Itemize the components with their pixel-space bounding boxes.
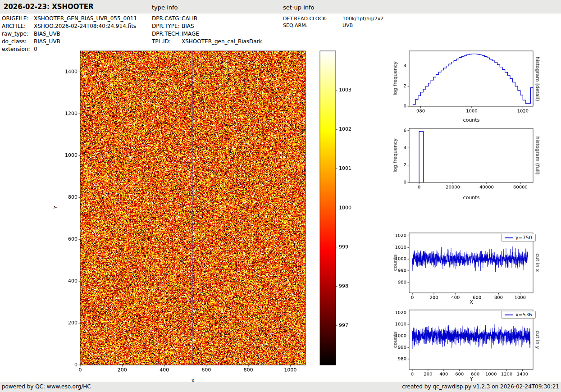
meta-label: extension: (2, 46, 34, 53)
footer-right-text: created by qc_rawdisp.py v1.2.3 on 2026-… (402, 383, 559, 390)
meta-row-origfile: ORIGFILE:XSHOOTER_GEN_BIAS_UVB_055_0011 (2, 15, 137, 23)
cut-in-y-legend: x=536 (501, 311, 536, 319)
meta-row-tpl-id: TPL.ID:XSHOOTER_gen_cal_BiasDark (152, 38, 262, 46)
meta-label: ARCFILE: (2, 23, 34, 30)
type-info-heading: type info (152, 4, 178, 11)
bias-frame-heatmap (59, 47, 315, 377)
footer-left-text: powered by QC: www.eso.org/HC (2, 383, 91, 390)
meta-value: CALIB (182, 15, 197, 22)
meta-label: do_class: (2, 38, 34, 46)
histogram-full-plot (390, 127, 536, 195)
cut-in-y-ylabel: counts (392, 332, 398, 348)
meta-value: UVB (342, 23, 353, 28)
meta-label: DET.READ.CLOCK: (283, 15, 342, 22)
histogram-detail-xlabel: counts (463, 117, 480, 123)
meta-row-read-clock: DET.READ.CLOCK:100k/1pt/hg/2x2 (283, 15, 383, 22)
meta-row-dpr-type: DPR.TYPE:BIAS (152, 23, 262, 30)
qc-report-page: 2026-02-23: XSHOOTER type info set-up in… (0, 0, 561, 392)
histogram-full-xlabel: counts (463, 195, 480, 201)
histogram-full-ylabel: log frequency (392, 138, 398, 172)
meta-row-dpr-tech: DPR.TECH:IMAGE (152, 30, 262, 38)
meta-label: SEQ.ARM: (283, 22, 342, 29)
meta-value: XSHOOTER_gen_cal_BiasDark (182, 38, 262, 45)
meta-value: 0 (34, 46, 37, 52)
page-title: 2026-02-23: XSHOOTER (4, 3, 94, 11)
meta-value: IMAGE (182, 31, 199, 37)
meta-label: raw_type: (2, 30, 34, 38)
histogram-detail-ylabel: log frequency (392, 61, 398, 95)
cut-in-x-ylabel: counts (392, 255, 398, 271)
meta-row-raw-type: raw_type:BIAS_UVB (2, 30, 137, 38)
meta-label: ORIGFILE: (2, 15, 34, 23)
header-bar: 2026-02-23: XSHOOTER type info set-up in… (0, 0, 561, 14)
histogram-detail-plot (390, 49, 536, 118)
meta-value: 100k/1pt/hg/2x2 (342, 16, 383, 22)
meta-value: BIAS_UVB (34, 38, 60, 45)
legend-line-sample (505, 237, 513, 238)
meta-label: DPR.TECH: (152, 30, 182, 38)
legend-label: y=750 (515, 235, 532, 241)
histogram-full-side-label: histogram (full) (535, 137, 541, 175)
legend-label: x=536 (515, 312, 532, 318)
meta-label: DPR.CATG: (152, 15, 182, 23)
meta-row-do-class: do_class:BIAS_UVB (2, 38, 137, 46)
footer-bar: powered by QC: www.eso.org/HC created by… (0, 382, 561, 392)
meta-row-dpr-catg: DPR.CATG:CALIB (152, 15, 262, 23)
meta-value: BIAS_UVB (34, 31, 60, 37)
meta-label: TPL.ID: (152, 38, 182, 46)
setup-info-block: DET.READ.CLOCK:100k/1pt/hg/2x2 SEQ.ARM:U… (283, 15, 383, 29)
cut-in-y-plot (390, 308, 536, 380)
cut-in-x-xlabel: X (470, 299, 473, 305)
meta-row-seq-arm: SEQ.ARM:UVB (283, 22, 383, 29)
cut-in-y-side-label: cut in y (535, 331, 541, 349)
meta-value: BIAS (182, 23, 194, 29)
cut-in-x-side-label: cut in x (535, 254, 541, 272)
meta-label: DPR.TYPE: (152, 23, 182, 30)
cut-in-x-legend: y=750 (501, 234, 536, 242)
meta-row-arcfile: ARCFILE:XSHOO.2026-02-24T08:40:24.914.fi… (2, 23, 137, 30)
bias-ylabel: Y (53, 206, 59, 209)
legend-line-sample (505, 315, 513, 315)
meta-value: XSHOOTER_GEN_BIAS_UVB_055_0011 (34, 15, 137, 22)
setup-info-heading: set-up info (283, 4, 315, 11)
colorbar (318, 47, 356, 377)
histogram-detail-side-label: histogram (detail) (535, 57, 541, 101)
cut-in-x-plot (390, 231, 536, 303)
meta-value: XSHOO.2026-02-24T08:40:24.914.fits (34, 23, 136, 29)
type-info-block: DPR.CATG:CALIB DPR.TYPE:BIAS DPR.TECH:IM… (152, 15, 262, 46)
